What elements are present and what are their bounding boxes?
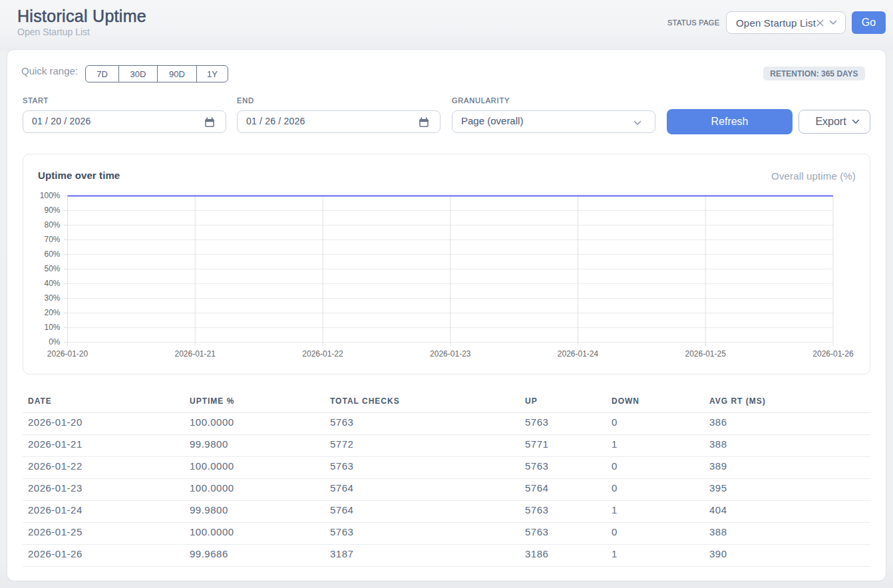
svg-text:2026-01-25: 2026-01-25 (685, 349, 727, 359)
svg-text:30%: 30% (44, 293, 60, 303)
svg-text:2026-01-20: 2026-01-20 (47, 349, 89, 359)
svg-text:20%: 20% (44, 308, 60, 317)
svg-text:2026-01-23: 2026-01-23 (430, 349, 471, 359)
svg-text:70%: 70% (44, 235, 60, 244)
svg-text:60%: 60% (44, 249, 60, 259)
svg-text:2026-01-26: 2026-01-26 (812, 349, 854, 359)
svg-text:80%: 80% (44, 220, 60, 229)
svg-text:90%: 90% (44, 206, 60, 215)
svg-text:2026-01-22: 2026-01-22 (302, 349, 343, 359)
svg-text:0%: 0% (49, 337, 61, 347)
svg-text:50%: 50% (44, 264, 60, 273)
svg-text:100%: 100% (40, 191, 61, 200)
svg-text:40%: 40% (44, 279, 60, 288)
svg-text:2026-01-21: 2026-01-21 (175, 349, 216, 359)
svg-text:2026-01-24: 2026-01-24 (558, 349, 599, 359)
svg-text:10%: 10% (44, 323, 60, 332)
